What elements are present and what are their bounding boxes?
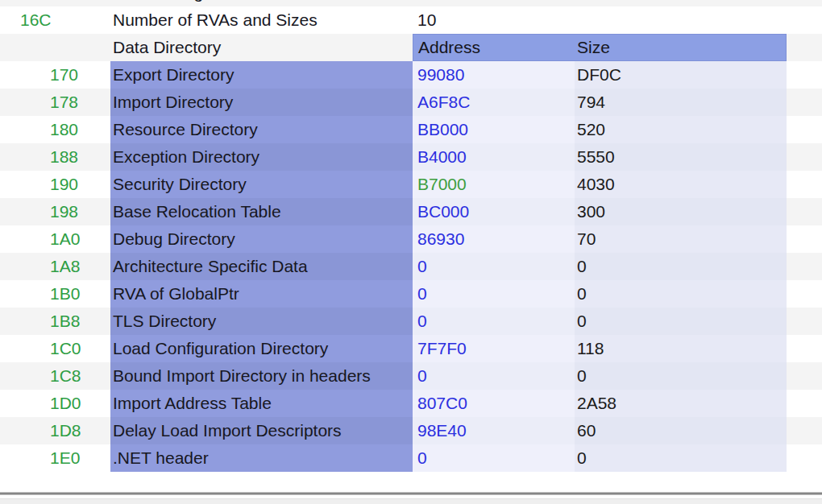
directory-name-cell: Import Directory [110, 89, 413, 116]
directory-size-cell[interactable]: DF0C [575, 61, 787, 89]
table-row-rva-count[interactable]: 16C Number of RVAs and Sizes 10 [0, 6, 822, 34]
row-offset: 198 [0, 198, 110, 225]
table-row-directory[interactable]: 198Base Relocation TableBC000300 [0, 198, 822, 225]
directory-size-cell[interactable]: 0 [575, 253, 787, 280]
row-label: Loader Flags [110, 0, 413, 6]
directory-name-cell: TLS Directory [110, 308, 413, 335]
directory-size-cell[interactable]: 520 [575, 116, 787, 143]
directory-address-cell[interactable]: A6F8C [413, 89, 575, 116]
row-value[interactable]: 0 [413, 0, 575, 6]
column-header-address: Address [418, 35, 480, 60]
row-offset: 1D8 [0, 417, 110, 444]
directory-name-cell: RVA of GlobalPtr [110, 280, 413, 308]
table-row-directory[interactable]: 1B0RVA of GlobalPtr00 [0, 280, 822, 308]
table-row-data-directory-section[interactable]: Data Directory Address Size [0, 34, 822, 61]
row-offset: 1C8 [0, 362, 110, 390]
table-row-directory[interactable]: 1E0.NET header00 [0, 444, 822, 472]
table-row-directory[interactable]: 1C8Bound Import Directory in headers00 [0, 362, 822, 390]
directory-size-cell[interactable]: 4030 [575, 171, 787, 198]
table-row-clipped[interactable]: 168 Loader Flags 0 [0, 0, 822, 6]
row-offset: 190 [0, 171, 110, 198]
directory-name-cell: Import Address Table [110, 390, 413, 417]
pane-splitter-shadow [0, 494, 822, 495]
directory-size-cell[interactable]: 0 [575, 280, 787, 308]
row-offset: 1E0 [0, 444, 110, 472]
table-row-directory[interactable]: 170Export Directory99080DF0C [0, 61, 822, 89]
directory-size-cell[interactable]: 70 [575, 225, 787, 253]
column-header-band: Address Size [413, 34, 787, 61]
table-row-directory[interactable]: 1C0Load Configuration Directory7F7F0118 [0, 335, 822, 362]
table-row-directory[interactable]: 1A8Architecture Specific Data00 [0, 253, 822, 280]
directory-name-cell: Security Directory [110, 171, 413, 198]
directory-size-cell[interactable]: 0 [575, 308, 787, 335]
table-row-directory[interactable]: 1D8Delay Load Import Descriptors98E4060 [0, 417, 822, 444]
directory-name-cell: Load Configuration Directory [110, 335, 413, 362]
row-offset: 180 [0, 116, 110, 143]
row-value[interactable]: 10 [413, 6, 575, 34]
directory-name-cell: Base Relocation Table [110, 198, 413, 225]
directory-size-cell[interactable]: 0 [575, 362, 787, 390]
row-offset: 1B8 [0, 308, 110, 335]
directory-name-cell: Delay Load Import Descriptors [110, 417, 413, 444]
directory-size-cell[interactable]: 0 [575, 444, 787, 472]
row-label: Number of RVAs and Sizes [110, 6, 413, 34]
directory-address-cell[interactable]: 807C0 [413, 390, 575, 417]
pe-header-table: 168 Loader Flags 0 16C Number of RVAs an… [0, 0, 822, 504]
directory-address-cell[interactable]: B4000 [413, 143, 575, 171]
table-row-directory[interactable]: 188Exception DirectoryB40005550 [0, 143, 822, 171]
column-header-size: Size [577, 35, 610, 60]
table-row-directory[interactable]: 1B8TLS Directory00 [0, 308, 822, 335]
directory-address-cell[interactable]: 7F7F0 [413, 335, 575, 362]
directory-name-cell: Exception Directory [110, 143, 413, 171]
row-offset: 1C0 [0, 335, 110, 362]
row-offset: 170 [0, 61, 110, 89]
directory-size-cell[interactable]: 5550 [575, 143, 787, 171]
directory-size-cell[interactable]: 300 [575, 198, 787, 225]
directory-name-cell: Debug Directory [110, 225, 413, 253]
directory-size-cell[interactable]: 60 [575, 417, 787, 444]
directory-address-cell[interactable]: 86930 [413, 225, 575, 253]
directory-address-cell[interactable]: 0 [413, 362, 575, 390]
table-row-directory[interactable]: 1A0Debug Directory8693070 [0, 225, 822, 253]
directory-address-cell[interactable]: 99080 [413, 61, 575, 89]
row-offset: 168 [0, 0, 110, 6]
table-row-directory[interactable]: 1D0Import Address Table807C02A58 [0, 390, 822, 417]
directory-size-cell[interactable]: 2A58 [575, 390, 787, 417]
table-row-directory[interactable]: 190Security DirectoryB70004030 [0, 171, 822, 198]
row-offset: 1A8 [0, 253, 110, 280]
directory-address-cell[interactable]: 0 [413, 253, 575, 280]
bottom-pane-edge [0, 498, 822, 504]
row-offset: 1D0 [0, 390, 110, 417]
directory-address-cell[interactable]: BB000 [413, 116, 575, 143]
directory-address-cell[interactable]: 0 [413, 444, 575, 472]
table-row-directory[interactable]: 180Resource DirectoryBB000520 [0, 116, 822, 143]
directory-size-cell[interactable]: 118 [575, 335, 787, 362]
directory-name-cell: Architecture Specific Data [110, 253, 413, 280]
directory-address-cell[interactable]: 0 [413, 280, 575, 308]
directory-address-cell[interactable]: 98E40 [413, 417, 575, 444]
directory-name-cell: .NET header [110, 444, 413, 472]
row-offset: 1A0 [0, 225, 110, 253]
row-offset: 16C [0, 6, 110, 34]
row-offset: 1B0 [0, 280, 110, 308]
section-title: Data Directory [110, 34, 413, 61]
directory-size-cell[interactable]: 794 [575, 89, 787, 116]
directory-name-cell: Bound Import Directory in headers [110, 362, 413, 390]
directory-name-cell: Export Directory [110, 61, 413, 89]
row-offset: 188 [0, 143, 110, 171]
directory-address-cell[interactable]: BC000 [413, 198, 575, 225]
directory-name-cell: Resource Directory [110, 116, 413, 143]
row-offset: 178 [0, 89, 110, 116]
directory-address-cell[interactable]: 0 [413, 308, 575, 335]
table-row-directory[interactable]: 178Import DirectoryA6F8C794 [0, 89, 822, 116]
directory-address-cell[interactable]: B7000 [413, 171, 575, 198]
